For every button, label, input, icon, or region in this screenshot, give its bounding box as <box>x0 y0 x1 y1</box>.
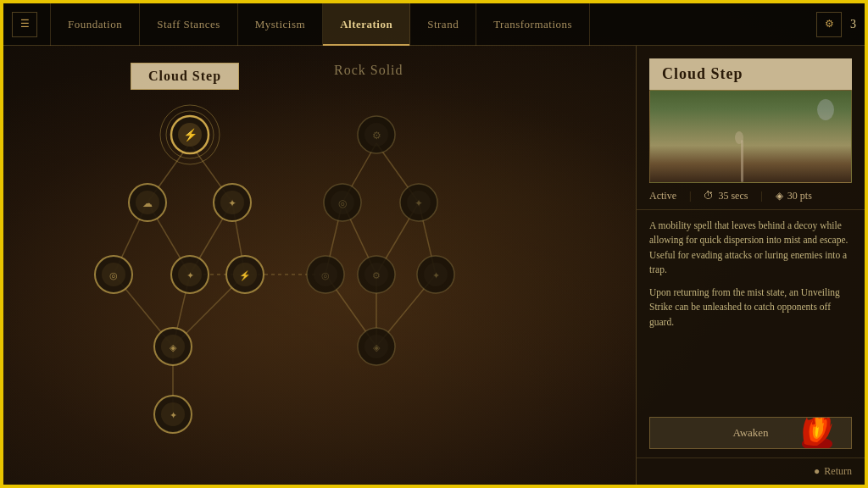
skill-tree-panel: Cloud Step Rock Solid <box>3 46 636 485</box>
description-paragraph-2: Upon returning from the mist state, an U… <box>649 286 852 330</box>
tab-alteration[interactable]: Alteration <box>323 3 410 46</box>
tab-staff-stances[interactable]: Staff Stances <box>140 3 238 46</box>
flame-icon <box>792 417 843 449</box>
stat-pts: ◈ 30 pts <box>776 190 812 202</box>
top-navigation: ☰ Foundation Staff Stances Mysticism Alt… <box>3 3 865 46</box>
time-icon: ⏱ <box>704 190 714 202</box>
info-panel-title: Cloud Step <box>649 58 852 90</box>
svg-text:◎: ◎ <box>321 270 330 280</box>
svg-text:⚡: ⚡ <box>239 269 251 281</box>
tab-mysticism[interactable]: Mysticism <box>238 3 323 46</box>
svg-text:✦: ✦ <box>170 410 177 420</box>
svg-text:⚙: ⚙ <box>372 130 381 141</box>
nav-right-area: ⚙ 3 <box>816 12 856 37</box>
settings-icon[interactable]: ⚙ <box>816 12 842 37</box>
stat-divider-1: | <box>689 190 691 202</box>
svg-text:✦: ✦ <box>432 270 440 280</box>
return-bar[interactable]: ● Return <box>637 458 865 485</box>
skill-tree-svg: ⚡ ☁ ✦ ◎ ✦ ⚡ ◈ <box>88 92 554 482</box>
awaken-button[interactable]: Awaken <box>649 417 852 449</box>
svg-text:⚡: ⚡ <box>183 128 198 142</box>
info-stats-bar: Active | ⏱ 35 secs | ◈ 30 pts <box>637 183 865 210</box>
svg-text:◈: ◈ <box>170 342 177 352</box>
tab-strand[interactable]: Strand <box>410 3 476 46</box>
svg-text:✦: ✦ <box>186 270 194 280</box>
menu-icon[interactable]: ☰ <box>12 12 37 37</box>
svg-text:✦: ✦ <box>228 197 236 209</box>
info-panel: Cloud Step Active | ⏱ 35 secs | ◈ 30 pts <box>636 46 865 485</box>
stat-divider-2: | <box>760 190 762 202</box>
description-paragraph-1: A mobility spell that leaves behind a de… <box>649 219 852 277</box>
skill-count: 3 <box>850 18 856 31</box>
skill-title-rock-solid: Rock Solid <box>334 63 403 78</box>
svg-text:◎: ◎ <box>109 270 118 280</box>
return-icon: ● <box>814 465 820 478</box>
tab-transformations[interactable]: Transformations <box>476 3 590 46</box>
pts-icon: ◈ <box>776 190 783 202</box>
skill-title-cloud-step: Cloud Step <box>131 63 239 90</box>
svg-text:☁: ☁ <box>142 197 153 209</box>
svg-text:✦: ✦ <box>415 197 423 209</box>
svg-text:◈: ◈ <box>373 342 381 352</box>
stat-time: ⏱ 35 secs <box>704 190 748 202</box>
nav-tabs: Foundation Staff Stances Mysticism Alter… <box>50 3 816 46</box>
tab-foundation[interactable]: Foundation <box>50 3 140 46</box>
return-label: Return <box>824 465 852 478</box>
stat-type: Active <box>649 190 676 202</box>
main-content: Cloud Step Rock Solid <box>3 46 865 485</box>
info-description: A mobility spell that leaves behind a de… <box>637 210 865 413</box>
svg-text:◎: ◎ <box>338 197 347 209</box>
svg-text:⚙: ⚙ <box>372 270 381 280</box>
info-panel-image <box>649 90 852 183</box>
